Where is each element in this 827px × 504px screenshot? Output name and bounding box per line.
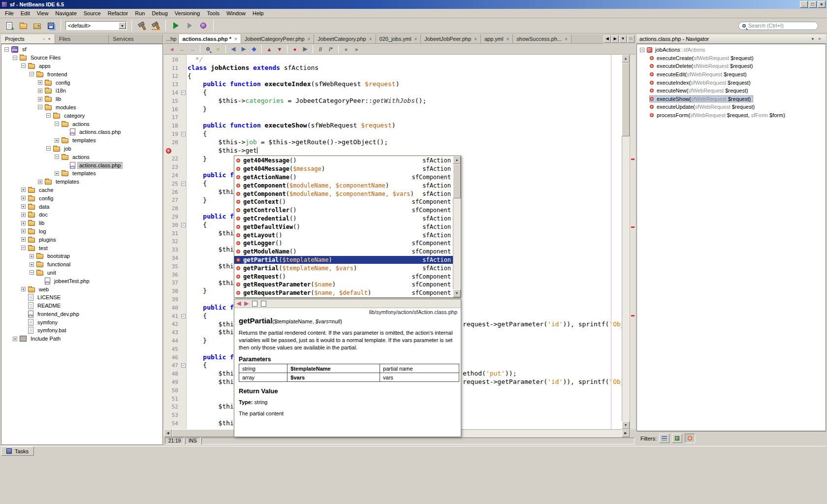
tree-item-job[interactable]: −job bbox=[1, 145, 162, 153]
show-doc-in-browser-icon[interactable] bbox=[252, 301, 257, 307]
tree-item-modules[interactable]: −modules bbox=[1, 103, 162, 112]
tree-item-templates[interactable]: +templates bbox=[1, 169, 162, 178]
forward-button[interactable]: → bbox=[188, 45, 197, 54]
gutter-line[interactable]: 14− bbox=[164, 89, 186, 97]
tree-expander-icon[interactable]: + bbox=[21, 188, 26, 192]
tree-expander-icon[interactable]: + bbox=[13, 337, 17, 341]
quick-search-input[interactable]: Search (Ctrl+I) bbox=[738, 22, 818, 30]
tree-expander-icon[interactable]: − bbox=[30, 72, 34, 76]
tree-item-lib[interactable]: +lib bbox=[1, 219, 162, 227]
tree-expander-icon[interactable]: + bbox=[38, 89, 42, 93]
tree-item-apps[interactable]: −apps bbox=[1, 62, 162, 70]
next-bookmark-button[interactable]: ▶ bbox=[239, 45, 249, 54]
menu-help[interactable]: Help bbox=[249, 9, 267, 17]
tree-item-i18n[interactable]: +i18n bbox=[1, 87, 162, 95]
gutter-line[interactable]: 35 bbox=[164, 262, 186, 271]
tree-item-jobeettest-php[interactable]: jobeetTest.php bbox=[1, 277, 162, 285]
run-to-cursor-button[interactable]: ▶ bbox=[300, 45, 310, 54]
tab-close-icon[interactable]: × bbox=[369, 36, 372, 42]
code-line[interactable]: } bbox=[188, 105, 622, 114]
doc-window-icon[interactable] bbox=[261, 301, 266, 307]
completion-item[interactable]: getRequestParameter($name, $default)sfCo… bbox=[234, 289, 453, 297]
gutter-line[interactable]: 24 bbox=[164, 171, 186, 180]
tab-close-icon[interactable]: × bbox=[414, 36, 417, 42]
tab-list-icon[interactable]: ▼ bbox=[619, 35, 627, 43]
gutter-line[interactable]: 26 bbox=[164, 188, 186, 196]
gutter-line[interactable]: 25− bbox=[164, 180, 186, 188]
tree-expander-icon[interactable]: + bbox=[30, 262, 34, 267]
tree-item-readme[interactable]: README bbox=[1, 302, 162, 310]
open-project-button[interactable] bbox=[31, 19, 43, 32]
gutter-line[interactable]: 41− bbox=[164, 312, 186, 320]
save-all-button[interactable] bbox=[44, 19, 57, 32]
tree-item-templates[interactable]: +templates bbox=[1, 136, 162, 145]
filter-inherited-button[interactable] bbox=[659, 434, 669, 443]
menu-file[interactable]: File bbox=[1, 9, 17, 17]
tree-item-functional[interactable]: +functional bbox=[1, 260, 162, 269]
editor-tab[interactable]: JobeetJobPeer.php× bbox=[421, 34, 481, 43]
completion-item[interactable]: getLogger()sfComponent bbox=[234, 239, 453, 248]
tree-expander-icon[interactable]: + bbox=[21, 213, 26, 217]
completion-item[interactable]: getRequestParameter($name)sfComponent bbox=[234, 281, 453, 289]
completion-item[interactable]: getController()sfComponent bbox=[234, 206, 453, 215]
tree-item-frontend-dev-php[interactable]: frontend_dev.php bbox=[1, 310, 162, 318]
navigator-root[interactable]: −jobActions::sfActions bbox=[637, 46, 826, 54]
tree-item-actions[interactable]: −actions bbox=[1, 153, 162, 161]
minimize-button[interactable]: _ bbox=[800, 1, 808, 8]
gutter-line[interactable]: 52 bbox=[164, 403, 186, 411]
gutter-line[interactable]: 31 bbox=[164, 229, 186, 238]
panel-tab-services[interactable]: Services bbox=[109, 34, 163, 43]
scroll-tabs-right-icon[interactable]: ▶ bbox=[611, 35, 619, 43]
completion-item[interactable]: getComponent($moduleName, $componentName… bbox=[234, 189, 453, 198]
gutter-line[interactable]: 50 bbox=[164, 386, 186, 395]
gutter-line[interactable]: 45 bbox=[164, 345, 186, 353]
code-line[interactable]: public function executeIndex(sfWebReques… bbox=[188, 80, 622, 89]
tree-item-symfony-bat[interactable]: symfony.bat bbox=[1, 326, 162, 335]
gutter-line[interactable]: 18 bbox=[164, 122, 186, 130]
fold-toggle-icon[interactable]: − bbox=[181, 182, 186, 186]
code-line[interactable]: { bbox=[188, 130, 622, 138]
tree-item-lib[interactable]: +lib bbox=[1, 95, 162, 103]
gutter-line[interactable]: 44 bbox=[164, 337, 186, 345]
tree-item-config[interactable]: +config bbox=[1, 194, 162, 202]
panel-minimize-icon[interactable]: − bbox=[42, 36, 45, 41]
gutter-line[interactable]: 53 bbox=[164, 411, 186, 419]
tasks-window-tab[interactable]: Tasks bbox=[1, 446, 34, 456]
scroll-tabs-left-icon[interactable]: ◀ bbox=[604, 35, 611, 43]
error-mark-icon[interactable] bbox=[631, 158, 635, 160]
new-project-button[interactable] bbox=[17, 19, 30, 32]
tree-item-symfony[interactable]: symfony bbox=[1, 318, 162, 326]
new-file-button[interactable] bbox=[3, 19, 16, 32]
previous-bookmark-button[interactable]: ◀ bbox=[228, 45, 238, 54]
tree-item-source-files[interactable]: −Source Files bbox=[1, 54, 162, 62]
fold-toggle-icon[interactable]: − bbox=[181, 91, 186, 95]
doc-back-icon[interactable]: ◀ bbox=[237, 300, 241, 307]
code-line[interactable]: class jobActions extends sfActions bbox=[188, 64, 622, 72]
tree-expander-icon[interactable]: − bbox=[46, 113, 51, 118]
gutter-line[interactable]: 48 bbox=[164, 370, 186, 378]
menu-navigate[interactable]: Navigate bbox=[52, 9, 80, 17]
profile-project-button[interactable] bbox=[197, 19, 210, 32]
completion-item[interactable]: get404Message($message)sfAction bbox=[234, 165, 453, 173]
gutter-line[interactable]: 39 bbox=[164, 295, 186, 304]
gutter-line[interactable]: 17 bbox=[164, 114, 186, 122]
vertical-scroll-thumb[interactable] bbox=[622, 63, 630, 136]
gutter-line[interactable]: 46 bbox=[164, 353, 186, 362]
navigator-close-icon[interactable]: × bbox=[816, 36, 823, 42]
scroll-down-icon[interactable]: ▼ bbox=[453, 289, 461, 297]
tree-expander-icon[interactable]: − bbox=[55, 155, 59, 159]
tree-expander-icon[interactable]: + bbox=[55, 171, 59, 176]
completion-item[interactable]: getContext()sfComponent bbox=[234, 198, 453, 206]
completion-item[interactable]: getComponent($moduleName, $componentName… bbox=[234, 181, 453, 189]
tree-expander-icon[interactable]: − bbox=[640, 48, 644, 52]
tree-expander-icon[interactable]: + bbox=[21, 237, 26, 242]
toggle-bookmark-button[interactable]: ◆ bbox=[249, 45, 259, 54]
scroll-up-icon[interactable]: ▲ bbox=[622, 55, 630, 63]
code-line[interactable]: { bbox=[188, 89, 622, 97]
tree-expander-icon[interactable]: + bbox=[21, 221, 26, 225]
gutter-line[interactable]: 30− bbox=[164, 221, 186, 229]
editor-tab[interactable]: actions.class.php *× bbox=[179, 34, 241, 43]
tree-expander-icon[interactable]: − bbox=[13, 56, 17, 60]
gutter-line[interactable]: 54 bbox=[164, 419, 186, 428]
completion-item[interactable]: getLayout()sfAction bbox=[234, 231, 453, 239]
